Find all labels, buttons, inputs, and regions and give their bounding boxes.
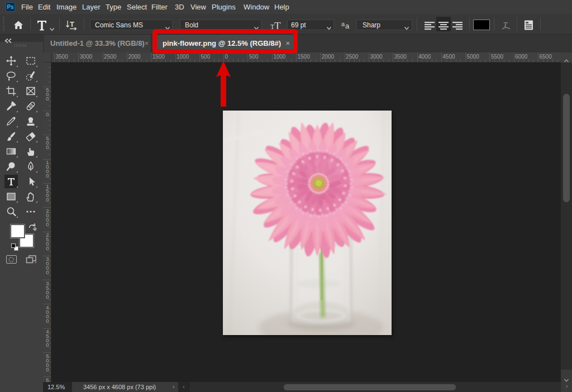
svg-text:a: a (341, 21, 345, 27)
svg-text:T: T (503, 20, 508, 28)
svg-text:T: T (70, 20, 74, 28)
svg-text:a: a (345, 22, 350, 30)
